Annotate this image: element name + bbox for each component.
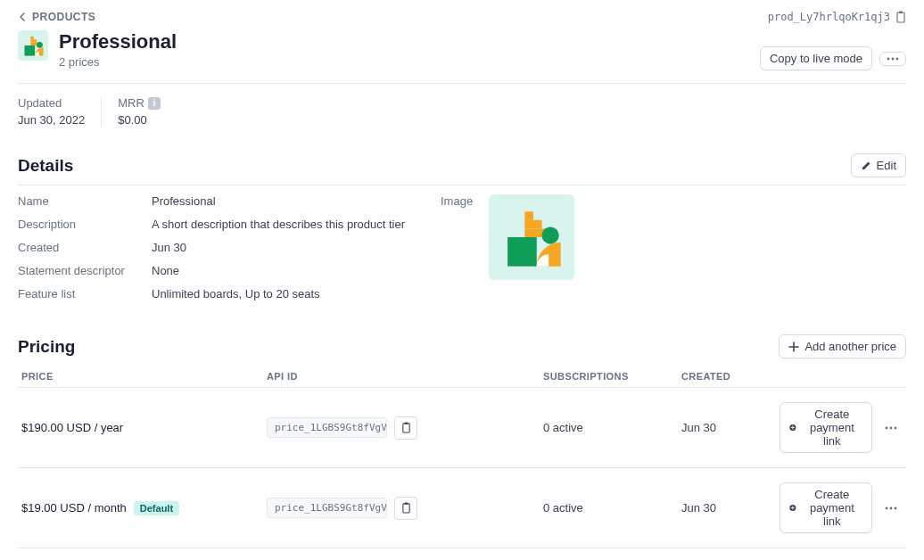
plus-circle-icon	[789, 502, 796, 514]
svg-point-9	[892, 57, 895, 60]
meta-updated-label: Updated	[18, 96, 85, 110]
col-price: PRICE	[21, 371, 267, 382]
add-price-button[interactable]: Add another price	[779, 334, 906, 358]
detail-name-label: Name	[18, 194, 152, 208]
price-row[interactable]: $190.00 USD / year price_1LGBS9Gt8fVgVjI…	[18, 388, 906, 468]
product-image	[489, 194, 574, 280]
price-row-more-button[interactable]	[879, 503, 903, 514]
edit-details-button[interactable]: Edit	[851, 153, 906, 177]
svg-rect-11	[402, 424, 408, 432]
detail-features-value: Unlimited boards, Up to 20 seats	[152, 287, 405, 301]
copy-to-live-button[interactable]: Copy to live mode	[760, 46, 872, 70]
copy-product-id-button[interactable]	[895, 11, 906, 23]
dots-horizontal-icon	[887, 57, 899, 61]
price-created: Jun 30	[681, 421, 780, 434]
detail-created-label: Created	[18, 241, 152, 254]
svg-rect-7	[899, 12, 903, 14]
detail-image-label: Image	[441, 194, 473, 208]
arrow-left-icon	[18, 12, 29, 22]
detail-name-value: Professional	[152, 194, 405, 208]
svg-point-14	[886, 426, 888, 429]
copy-api-id-button[interactable]	[394, 497, 417, 520]
detail-description-label: Description	[18, 218, 152, 231]
clipboard-icon	[895, 11, 906, 23]
product-id: prod_Ly7hrlqoKr1qj3	[768, 11, 890, 23]
detail-statement-label: Statement descriptor	[18, 264, 152, 277]
price-row[interactable]: $19.00 USD / month Default price_1LGBS9G…	[18, 468, 906, 548]
detail-statement-value: None	[152, 264, 405, 277]
create-payment-link-button[interactable]: Create payment link	[780, 482, 872, 533]
svg-point-8	[887, 57, 890, 60]
price-amount: $190.00 USD / year	[21, 421, 123, 434]
page-subtitle: 2 prices	[59, 55, 177, 69]
dots-horizontal-icon	[885, 506, 897, 510]
col-created: CREATED	[681, 371, 780, 382]
col-api-id: API ID	[267, 371, 543, 382]
detail-description-value: A short description that describes this …	[152, 218, 405, 231]
breadcrumb-back[interactable]: PRODUCTS	[18, 11, 95, 23]
edit-label: Edit	[877, 159, 896, 172]
meta-updated-value: Jun 30, 2022	[18, 113, 85, 127]
price-amount: $19.00 USD / month	[21, 501, 127, 515]
meta-mrr-label: MRR	[118, 96, 144, 110]
svg-point-20	[886, 506, 888, 509]
svg-point-15	[890, 426, 893, 429]
meta-mrr: MRR i $0.00	[102, 96, 177, 127]
col-subscriptions: SUBSCRIPTIONS	[543, 371, 681, 382]
price-api-id: price_1LGBS9Gt8fVgVjI	[267, 498, 387, 518]
svg-point-16	[895, 426, 897, 429]
divider	[18, 185, 906, 185]
info-icon[interactable]: i	[148, 97, 161, 110]
svg-rect-6	[897, 12, 904, 22]
svg-point-10	[896, 57, 899, 60]
price-subscriptions: 0 active	[543, 501, 681, 515]
pencil-icon	[861, 161, 871, 171]
copy-api-id-button[interactable]	[394, 416, 417, 440]
breadcrumb-label: PRODUCTS	[32, 11, 95, 23]
pricing-table-header: PRICE API ID SUBSCRIPTIONS CREATED	[18, 366, 906, 388]
price-row-more-button[interactable]	[879, 423, 903, 433]
create-link-label: Create payment link	[802, 408, 862, 448]
clipboard-icon	[401, 422, 411, 433]
svg-point-22	[895, 506, 897, 509]
pricing-heading: Pricing	[18, 337, 75, 357]
meta-updated: Updated Jun 30, 2022	[18, 96, 102, 127]
default-badge: Default	[134, 501, 179, 515]
add-price-label: Add another price	[804, 340, 896, 353]
create-link-label: Create payment link	[802, 488, 862, 528]
details-heading: Details	[18, 156, 73, 176]
product-thumbnail	[18, 30, 48, 61]
plus-circle-icon	[789, 422, 796, 433]
svg-rect-17	[402, 504, 408, 513]
page-title: Professional	[59, 30, 177, 54]
svg-point-21	[890, 506, 893, 509]
price-created: Jun 30	[681, 501, 780, 515]
detail-features-label: Feature list	[18, 287, 152, 301]
create-payment-link-button[interactable]: Create payment link	[780, 402, 872, 453]
svg-rect-12	[404, 423, 408, 424]
detail-created-value: Jun 30	[152, 241, 405, 254]
meta-mrr-value: $0.00	[118, 113, 161, 127]
svg-rect-18	[404, 503, 408, 505]
price-api-id: price_1LGBS9Gt8fVgVjI	[267, 417, 387, 438]
plus-icon	[788, 342, 799, 352]
dots-horizontal-icon	[885, 426, 897, 430]
copy-to-live-label: Copy to live mode	[770, 52, 862, 65]
clipboard-icon	[401, 502, 411, 514]
header-more-button[interactable]	[879, 52, 906, 66]
price-subscriptions: 0 active	[543, 421, 681, 434]
